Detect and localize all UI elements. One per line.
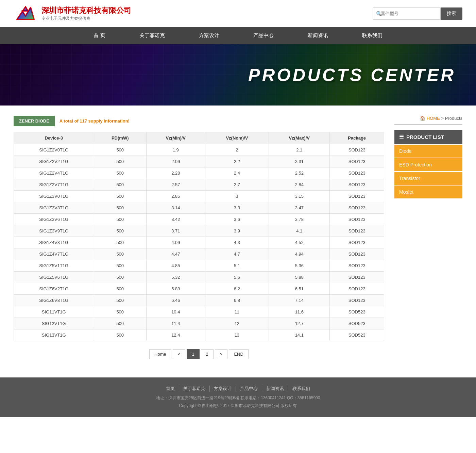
- table-row: SIG1Z2V7T1G5002.572.72.84SOD123: [14, 179, 384, 191]
- table-row: SIG1Z4V3T1G5004.094.34.52SOD123: [14, 237, 384, 248]
- table-cell: 500: [94, 167, 146, 179]
- table-cell: 2.57: [146, 179, 205, 191]
- pagination-item[interactable]: 2: [201, 349, 214, 359]
- footer-nav: 首页关于菲诺克方案设计产品中心新闻资讯联系我们: [14, 386, 462, 392]
- table-cell: SIG1Z3V6T1G: [14, 214, 94, 225]
- footer-nav-item[interactable]: 产品中心: [236, 386, 262, 392]
- table-cell: 500: [94, 179, 146, 191]
- table-cell: 3.47: [269, 202, 330, 214]
- table-cell: SOD123: [330, 167, 384, 179]
- table-row: SIG1Z6V8T1G5006.466.87.14SOD123: [14, 295, 384, 306]
- table-header: PD(mW): [94, 132, 146, 144]
- sidebar-product-item[interactable]: Transistor: [394, 172, 462, 185]
- table-row: SIG1Z2V4T1G5002.282.42.52SOD123: [14, 167, 384, 179]
- nav-item[interactable]: 方案设计: [182, 27, 236, 44]
- table-cell: 14.1: [269, 329, 330, 341]
- table-cell: SIG12VT1G: [14, 318, 94, 329]
- nav: 首 页关于菲诺克方案设计产品中心新闻资讯联系我们: [0, 27, 476, 44]
- table-cell: 12.7: [269, 318, 330, 329]
- table-row: SIG1Z6V2T1G5005.896.26.51SOD123: [14, 283, 384, 295]
- search-input[interactable]: [373, 7, 441, 20]
- table-cell: 500: [94, 306, 146, 318]
- table-cell: SIG1Z4V3T1G: [14, 237, 94, 248]
- table-cell: SOD123: [330, 144, 384, 156]
- table-cell: SIG1Z2V2T1G: [14, 156, 94, 167]
- table-cell: 5.32: [146, 272, 205, 283]
- search-button[interactable]: 搜索: [441, 7, 462, 20]
- content-right: 🏠 HOME > Products ☰ PRODUCT LIST DiodeES…: [394, 116, 462, 367]
- zener-badge: ZENER DIODE: [14, 116, 55, 126]
- pagination-item[interactable]: >: [215, 349, 228, 359]
- footer-nav-item[interactable]: 联系我们: [288, 386, 314, 392]
- sidebar-product-item[interactable]: Diode: [394, 145, 462, 158]
- table-cell: 5.88: [269, 272, 330, 283]
- table-cell: 12: [205, 318, 269, 329]
- table-cell: 2.7: [205, 179, 269, 191]
- footer-nav-item[interactable]: 方案设计: [210, 386, 236, 392]
- sidebar-product-item[interactable]: ESD Protection: [394, 158, 462, 171]
- table-row: SIG1Z4V7T1G5004.474.74.94SOD123: [14, 248, 384, 260]
- table-cell: 2.2: [205, 156, 269, 167]
- table-cell: 3.71: [146, 225, 205, 237]
- table-row: SIG1Z3V0T1G5002.8533.15SOD123: [14, 191, 384, 202]
- product-list-header: ☰ PRODUCT LIST: [394, 130, 462, 144]
- table-cell: SOD123: [330, 156, 384, 167]
- pagination-item[interactable]: Home: [149, 349, 171, 359]
- zener-header: ZENER DIODE A total of 117 supply inform…: [14, 116, 384, 126]
- breadcrumb-home[interactable]: HOME: [427, 116, 440, 121]
- table-row: SIG13VT1G50012.41314.1SOD523: [14, 329, 384, 341]
- table-cell: SIG1Z2V4T1G: [14, 167, 94, 179]
- table-cell: 500: [94, 318, 146, 329]
- nav-item[interactable]: 关于菲诺克: [122, 27, 182, 44]
- table-cell: 5.89: [146, 283, 205, 295]
- table-cell: 3.3: [205, 202, 269, 214]
- table-cell: SIG1Z4V7T1G: [14, 248, 94, 260]
- table-cell: SIG1Z6V8T1G: [14, 295, 94, 306]
- table-cell: 6.51: [269, 283, 330, 295]
- sidebar-product-item[interactable]: Mosfet: [394, 185, 462, 198]
- table-cell: 1.9: [146, 144, 205, 156]
- table-cell: SIG1Z3V3T1G: [14, 202, 94, 214]
- table-cell: 500: [94, 329, 146, 341]
- logo-title: 深圳市菲诺克科技有限公司: [41, 5, 131, 16]
- table-cell: 500: [94, 260, 146, 272]
- table-cell: 11.4: [146, 318, 205, 329]
- footer-nav-item[interactable]: 新闻资讯: [262, 386, 288, 392]
- table-cell: 3.78: [269, 214, 330, 225]
- table-row: SIG11VT1G50010.41111.6SOD523: [14, 306, 384, 318]
- table-cell: 2.85: [146, 191, 205, 202]
- table-row: SIG1Z3V3T1G5003.143.33.47SOD123: [14, 202, 384, 214]
- table-cell: 500: [94, 283, 146, 295]
- table-cell: SOD123: [330, 272, 384, 283]
- footer-copyright: Copyright © 自由创想. 2017 深圳市菲诺克科技有限公司 版权所有: [14, 403, 462, 409]
- pagination-item[interactable]: END: [229, 349, 248, 359]
- table-header: Package: [330, 132, 384, 144]
- footer-nav-item[interactable]: 首页: [162, 386, 179, 392]
- table-cell: 3.14: [146, 202, 205, 214]
- main-content: ZENER DIODE A total of 117 supply inform…: [0, 106, 476, 377]
- nav-item[interactable]: 联系我们: [345, 27, 400, 44]
- table-cell: 2.1: [269, 144, 330, 156]
- table-cell: 6.2: [205, 283, 269, 295]
- table-cell: 5.6: [205, 272, 269, 283]
- table-cell: SOD523: [330, 306, 384, 318]
- table-cell: SOD123: [330, 260, 384, 272]
- pagination-item[interactable]: <: [173, 349, 186, 359]
- table-cell: SOD123: [330, 179, 384, 191]
- supply-info: A total of 117 supply information!: [60, 118, 130, 124]
- table-cell: 3.42: [146, 214, 205, 225]
- table-cell: SOD123: [330, 295, 384, 306]
- list-icon: ☰: [399, 134, 404, 140]
- nav-item[interactable]: 产品中心: [236, 27, 291, 44]
- supply-count: 117: [80, 118, 87, 124]
- table-cell: 2: [205, 144, 269, 156]
- table-cell: 500: [94, 295, 146, 306]
- table-cell: SOD123: [330, 248, 384, 260]
- table-cell: 2.52: [269, 167, 330, 179]
- footer-nav-item[interactable]: 关于菲诺克: [179, 386, 210, 392]
- nav-item[interactable]: 首 页: [76, 27, 122, 44]
- nav-item[interactable]: 新闻资讯: [291, 27, 345, 44]
- table-cell: SIG13VT1G: [14, 329, 94, 341]
- table-cell: 500: [94, 248, 146, 260]
- footer: 首页关于菲诺克方案设计产品中心新闻资讯联系我们 地址：深圳市宝安25区前进一路2…: [0, 377, 476, 417]
